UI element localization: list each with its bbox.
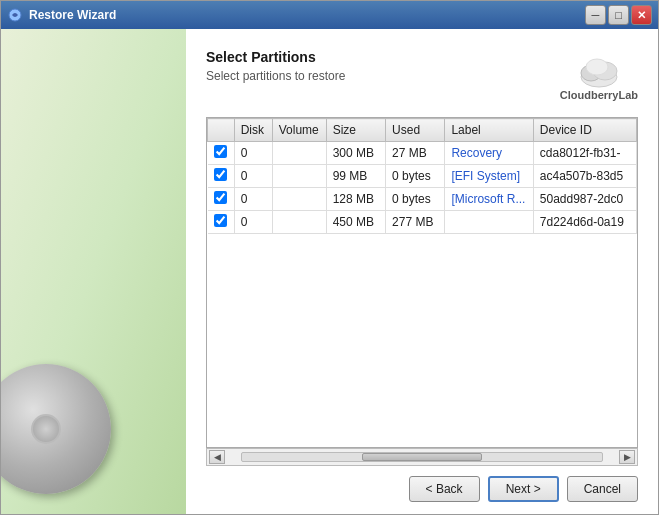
row-disk: 0: [234, 142, 272, 165]
row-used: 0 bytes: [386, 165, 445, 188]
cancel-button[interactable]: Cancel: [567, 476, 638, 502]
page-subtitle: Select partitions to restore: [206, 69, 345, 83]
row-0-checkbox[interactable]: [214, 145, 227, 158]
window-icon: [7, 7, 23, 23]
table-row: 0300 MB27 MBRecoverycda8012f-fb31-: [208, 142, 637, 165]
close-button[interactable]: ✕: [631, 5, 652, 25]
decorative-disc: [1, 364, 111, 494]
table-row: 0128 MB0 bytes[Microsoft R...50add987-2d…: [208, 188, 637, 211]
back-button[interactable]: < Back: [409, 476, 480, 502]
partitions-table-container[interactable]: Disk Volume Size Used Label Device ID 03…: [206, 117, 638, 448]
window-title: Restore Wizard: [29, 8, 116, 22]
table-row: 0450 MB277 MB7d224d6d-0a19: [208, 211, 637, 234]
next-button[interactable]: Next >: [488, 476, 559, 502]
minimize-button[interactable]: ─: [585, 5, 606, 25]
scroll-left-button[interactable]: ◀: [209, 450, 225, 464]
row-label: [Microsoft R...: [445, 188, 533, 211]
col-header-device-id: Device ID: [533, 119, 636, 142]
header-text: Select Partitions Select partitions to r…: [206, 49, 345, 83]
row-label: [445, 211, 533, 234]
header-section: Select Partitions Select partitions to r…: [206, 49, 638, 101]
cloudberry-logo-icon: [575, 49, 623, 89]
row-volume: [272, 165, 326, 188]
scroll-right-button[interactable]: ▶: [619, 450, 635, 464]
row-disk: 0: [234, 188, 272, 211]
row-volume: [272, 142, 326, 165]
logo-label: CloudberryLab: [560, 89, 638, 101]
row-device-id: ac4a507b-83d5: [533, 165, 636, 188]
scrollbar-thumb[interactable]: [362, 453, 482, 461]
scrollbar-track[interactable]: [241, 452, 603, 462]
col-header-volume: Volume: [272, 119, 326, 142]
table-row: 099 MB0 bytes[EFI System]ac4a507b-83d5: [208, 165, 637, 188]
row-size: 99 MB: [326, 165, 385, 188]
row-volume: [272, 188, 326, 211]
row-device-id: 7d224d6d-0a19: [533, 211, 636, 234]
row-device-id: cda8012f-fb31-: [533, 142, 636, 165]
row-3-checkbox[interactable]: [214, 214, 227, 227]
row-label: [EFI System]: [445, 165, 533, 188]
row-used: 277 MB: [386, 211, 445, 234]
right-panel: Select Partitions Select partitions to r…: [186, 29, 658, 514]
row-size: 450 MB: [326, 211, 385, 234]
partitions-table: Disk Volume Size Used Label Device ID 03…: [207, 118, 637, 234]
title-bar: Restore Wizard ─ □ ✕: [1, 1, 658, 29]
row-checkbox-cell: [208, 211, 235, 234]
page-title: Select Partitions: [206, 49, 345, 65]
row-checkbox-cell: [208, 165, 235, 188]
row-label: Recovery: [445, 142, 533, 165]
col-header-check: [208, 119, 235, 142]
restore-wizard-window: Restore Wizard ─ □ ✕ Select Partitions S…: [0, 0, 659, 515]
row-used: 0 bytes: [386, 188, 445, 211]
row-disk: 0: [234, 165, 272, 188]
maximize-button[interactable]: □: [608, 5, 629, 25]
row-size: 300 MB: [326, 142, 385, 165]
row-device-id: 50add987-2dc0: [533, 188, 636, 211]
row-checkbox-cell: [208, 142, 235, 165]
col-header-used: Used: [386, 119, 445, 142]
title-controls: ─ □ ✕: [585, 5, 652, 25]
row-volume: [272, 211, 326, 234]
footer-buttons: < Back Next > Cancel: [206, 466, 638, 514]
row-used: 27 MB: [386, 142, 445, 165]
horizontal-scrollbar[interactable]: ◀ ▶: [206, 448, 638, 466]
col-header-size: Size: [326, 119, 385, 142]
col-header-disk: Disk: [234, 119, 272, 142]
table-header-row: Disk Volume Size Used Label Device ID: [208, 119, 637, 142]
left-panel: [1, 29, 186, 514]
row-disk: 0: [234, 211, 272, 234]
logo-area: CloudberryLab: [560, 49, 638, 101]
content-area: Select Partitions Select partitions to r…: [1, 29, 658, 514]
row-size: 128 MB: [326, 188, 385, 211]
row-checkbox-cell: [208, 188, 235, 211]
row-2-checkbox[interactable]: [214, 191, 227, 204]
svg-point-4: [586, 59, 608, 75]
row-1-checkbox[interactable]: [214, 168, 227, 181]
col-header-label: Label: [445, 119, 533, 142]
